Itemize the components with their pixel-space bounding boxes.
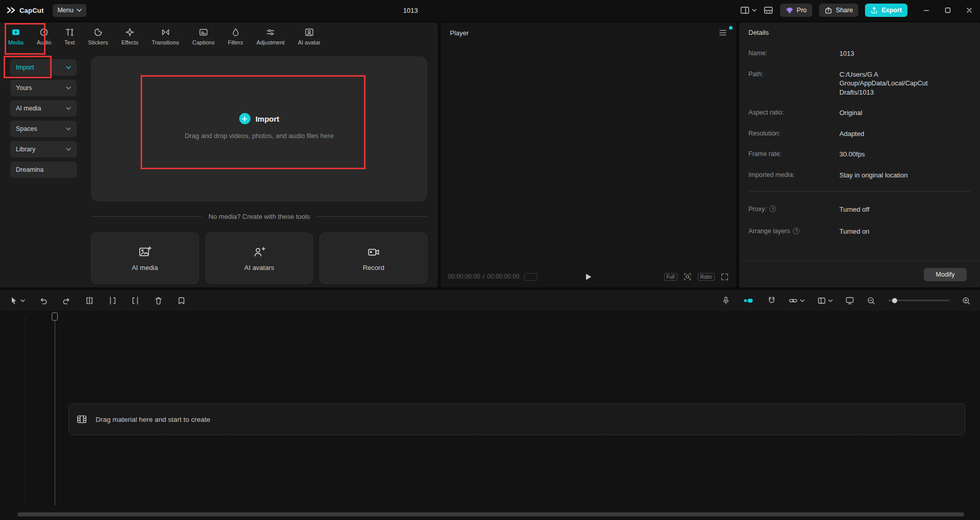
chevron-down-icon: [828, 299, 833, 302]
detail-row-aspect-ratio: Aspect ratio: Original: [748, 108, 971, 118]
timeline-zoom-slider[interactable]: [888, 297, 949, 304]
playhead-handle[interactable]: [52, 312, 58, 321]
sidebar-item-library[interactable]: Library: [10, 141, 77, 157]
share-icon: [825, 7, 832, 14]
horizontal-scrollbar[interactable]: [17, 512, 964, 516]
delete-left-icon[interactable]: [108, 296, 117, 305]
modify-button[interactable]: Modify: [924, 268, 967, 281]
detail-value: Stay in original location: [839, 171, 962, 180]
layout-split-button[interactable]: [740, 5, 757, 15]
sidebar-item-import[interactable]: Import: [10, 59, 77, 76]
timeline-dropzone[interactable]: Drag material here and start to create: [69, 403, 965, 435]
detail-row-arrange-layers: Arrange layers ? Turned on: [748, 227, 971, 236]
linking-button[interactable]: [788, 296, 805, 305]
timeline-toolbar: [0, 290, 980, 311]
timecode-format-badge[interactable]: [524, 273, 537, 281]
tools-divider: No media? Create with these tools: [91, 213, 427, 220]
zoom-in-icon[interactable]: [962, 296, 971, 305]
text-icon: [64, 27, 75, 37]
tab-label: Effects: [121, 39, 138, 46]
tab-effects[interactable]: Effects: [121, 27, 138, 46]
panel-layout-button[interactable]: [763, 5, 773, 15]
tab-filters[interactable]: Filters: [228, 27, 243, 46]
auto-attach-toggle-icon[interactable]: [743, 296, 755, 305]
tab-label: Stickers: [88, 39, 108, 46]
chevron-down-icon: [66, 107, 71, 110]
track-options-button[interactable]: [817, 296, 833, 305]
ratio-button[interactable]: Ratio: [698, 273, 715, 281]
sidebar-item-label: Import: [16, 64, 34, 71]
total-time: 00:00:00:00: [487, 273, 519, 280]
player-title: Player: [450, 29, 469, 37]
tab-adjustment[interactable]: Adjustment: [257, 27, 285, 46]
info-icon[interactable]: ?: [793, 228, 800, 234]
detail-row-frame-rate: Frame rate: 30.00fps: [748, 150, 971, 159]
detail-label: Frame rate:: [748, 150, 839, 159]
ai-avatars-card[interactable]: AI avatars: [206, 233, 313, 284]
tab-audio[interactable]: Audio: [37, 27, 51, 46]
maximize-button[interactable]: [937, 0, 959, 20]
ai-avatar-icon: [304, 27, 314, 37]
sidebar-item-dreamina[interactable]: Dreamina: [10, 162, 77, 178]
chevron-down-icon: [66, 86, 71, 89]
sidebar-item-label: Yours: [16, 84, 32, 92]
split-icon[interactable]: [85, 296, 94, 305]
undo-icon[interactable]: [39, 296, 48, 305]
player-menu-icon[interactable]: [719, 29, 727, 36]
tab-transitions[interactable]: Transitions: [152, 27, 179, 46]
slider-knob[interactable]: [892, 298, 897, 303]
detail-row-resolution: Resolution: Adapted: [748, 129, 971, 139]
tab-stickers[interactable]: Stickers: [88, 27, 108, 46]
timeline-area[interactable]: Drag material here and start to create: [0, 311, 980, 520]
sidebar-item-yours[interactable]: Yours: [10, 80, 77, 96]
tab-text[interactable]: Text: [64, 27, 75, 46]
detail-row-proxy: Proxy: ? Turned off: [748, 205, 971, 214]
import-button[interactable]: Import: [239, 113, 280, 124]
link-icon: [788, 296, 798, 305]
detail-label: Name:: [748, 49, 839, 58]
full-preview-button[interactable]: Full: [664, 273, 677, 281]
voiceover-mic-icon[interactable]: [721, 296, 731, 305]
detail-label: Arrange layers: [748, 227, 790, 236]
delete-right-icon[interactable]: [131, 296, 140, 305]
layout-split-icon: [740, 5, 750, 15]
focus-zoom-icon[interactable]: [683, 272, 692, 281]
sidebar-item-spaces[interactable]: Spaces: [10, 121, 77, 137]
share-button[interactable]: Share: [819, 4, 858, 17]
chevron-down-icon: [66, 148, 71, 151]
detail-value: C:/Users/G A Group/AppData/Local/CapCut …: [839, 70, 962, 97]
menu-button[interactable]: Menu: [53, 4, 86, 17]
track-left-edge: [25, 316, 26, 505]
redo-icon[interactable]: [62, 296, 71, 305]
mask-icon[interactable]: [177, 296, 186, 305]
chevron-down-icon: [752, 9, 757, 12]
sidebar-item-ai-media[interactable]: AI media: [10, 100, 77, 117]
magnet-snap-icon[interactable]: [767, 296, 776, 305]
record-card[interactable]: Record: [320, 233, 427, 284]
ai-media-card[interactable]: AI media: [91, 233, 199, 284]
slider-track: [888, 300, 949, 301]
fullscreen-icon[interactable]: [720, 273, 729, 281]
detail-label: Path:: [748, 70, 839, 97]
tab-label: Filters: [228, 39, 243, 46]
sidebar-item-label: Library: [16, 146, 35, 153]
media-tab-strip: Media Audio Text Stickers Effects: [0, 22, 438, 50]
delete-icon[interactable]: [154, 296, 163, 305]
pro-button[interactable]: Pro: [780, 4, 812, 17]
export-button[interactable]: Export: [865, 4, 907, 17]
select-tool-button[interactable]: [9, 296, 25, 305]
zoom-out-icon[interactable]: [867, 296, 876, 305]
minimize-button[interactable]: [916, 0, 937, 20]
capcut-logo: CapCut: [6, 7, 43, 14]
import-dropzone[interactable]: Import Drag and drop videos, photos, and…: [91, 56, 427, 201]
record-icon: [367, 245, 380, 259]
detail-value: 1013: [839, 49, 962, 58]
media-sidebar: Import Yours AI media Spaces: [0, 50, 83, 284]
tab-media[interactable]: Media: [8, 27, 24, 46]
tab-captions[interactable]: Captions: [192, 27, 214, 46]
tab-ai-avatar[interactable]: AI avatar: [298, 27, 321, 46]
close-button[interactable]: [959, 0, 980, 20]
play-button[interactable]: [585, 273, 592, 281]
preview-axis-icon[interactable]: [845, 296, 854, 305]
info-icon[interactable]: ?: [769, 206, 776, 212]
